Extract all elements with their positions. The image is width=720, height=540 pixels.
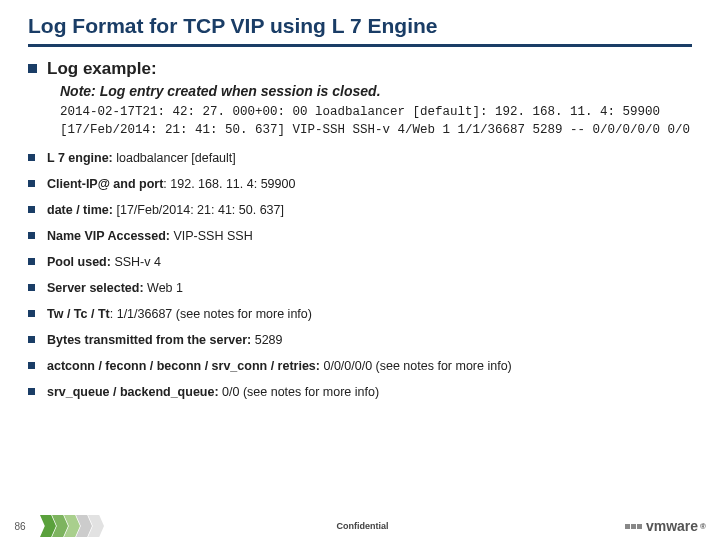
registered-icon: ® (700, 522, 706, 531)
field-list: L 7 engine: loadbalancer [default] Clien… (28, 151, 692, 400)
field-label: Server selected: (47, 281, 144, 295)
slide-title: Log Format for TCP VIP using L 7 Engine (28, 14, 692, 38)
list-item: date / time: [17/Feb/2014: 21: 41: 50. 6… (47, 203, 692, 218)
chevron-decoration (40, 515, 100, 537)
title-rule (28, 44, 692, 47)
field-value: VIP-SSH SSH (170, 229, 253, 243)
log-line-1: 2014-02-17T21: 42: 27. 000+00: 00 loadba… (60, 105, 692, 119)
field-label: L 7 engine: (47, 151, 113, 165)
list-item: Name VIP Accessed: VIP-SSH SSH (47, 229, 692, 244)
field-label: srv_queue / backend_queue: (47, 385, 219, 399)
list-item: L 7 engine: loadbalancer [default] (47, 151, 692, 166)
logo-text: vmware (646, 518, 698, 534)
field-value: 0/0/0/0/0 (see notes for more info) (320, 359, 512, 373)
field-value: [17/Feb/2014: 21: 41: 50. 637] (113, 203, 284, 217)
page-number: 86 (0, 521, 40, 532)
chevron-icon (88, 515, 104, 537)
list-item: Server selected: Web 1 (47, 281, 692, 296)
list-item: Tw / Tc / Tt: 1/1/36687 (see notes for m… (47, 307, 692, 322)
field-value: : 192. 168. 11. 4: 59900 (163, 177, 295, 191)
list-item: Bytes transmitted from the server: 5289 (47, 333, 692, 348)
field-label: Name VIP Accessed: (47, 229, 170, 243)
logo-boxes-icon (625, 524, 642, 529)
list-item: actconn / feconn / beconn / srv_conn / r… (47, 359, 692, 374)
log-example-label: Log example: (47, 59, 157, 79)
list-item: Client-IP@ and port: 192. 168. 11. 4: 59… (47, 177, 692, 192)
field-label: Tw / Tc / Tt (47, 307, 110, 321)
log-line-2: [17/Feb/2014: 21: 41: 50. 637] VIP-SSH S… (60, 123, 692, 137)
field-value: loadbalancer [default] (113, 151, 236, 165)
field-label: Client-IP@ and port (47, 177, 163, 191)
confidential-label: Confidential (100, 521, 625, 531)
list-item: Pool used: SSH-v 4 (47, 255, 692, 270)
log-note: Note: Log entry created when session is … (60, 83, 692, 99)
list-item: srv_queue / backend_queue: 0/0 (see note… (47, 385, 692, 400)
field-value: Web 1 (144, 281, 183, 295)
field-label: actconn / feconn / beconn / srv_conn / r… (47, 359, 320, 373)
bullet-icon (28, 64, 37, 73)
slide: Log Format for TCP VIP using L 7 Engine … (0, 0, 720, 540)
field-value: SSH-v 4 (111, 255, 161, 269)
vmware-logo: vmware ® (625, 518, 706, 534)
footer: 86 Confidential vmware ® (0, 512, 720, 540)
field-label: date / time: (47, 203, 113, 217)
field-label: Pool used: (47, 255, 111, 269)
field-value: 5289 (251, 333, 282, 347)
field-label: Bytes transmitted from the server: (47, 333, 251, 347)
field-value: : 1/1/36687 (see notes for more info) (110, 307, 312, 321)
log-example-row: Log example: (28, 59, 692, 79)
field-value: 0/0 (see notes for more info) (219, 385, 380, 399)
